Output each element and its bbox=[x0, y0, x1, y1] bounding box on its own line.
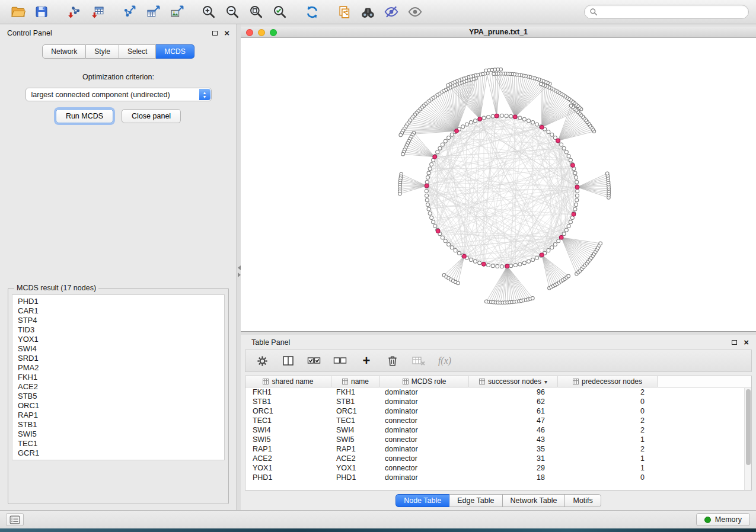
import-table-button[interactable] bbox=[87, 3, 108, 21]
zoom-out-button[interactable] bbox=[222, 3, 243, 21]
table-row[interactable]: SWI4SWI4dominator462 bbox=[245, 425, 751, 435]
export-image-icon bbox=[170, 5, 184, 20]
table-cell-successor-nodes: 29 bbox=[469, 463, 558, 473]
tab-mcds[interactable]: MCDS bbox=[156, 44, 194, 59]
find-button[interactable] bbox=[357, 3, 378, 21]
mcds-list-item[interactable]: CAR1 bbox=[18, 306, 219, 316]
open-folder-button[interactable] bbox=[7, 3, 28, 21]
delete-table-button-disabled[interactable] bbox=[412, 354, 426, 368]
minimize-window-icon[interactable] bbox=[258, 29, 265, 36]
select-all-button[interactable] bbox=[307, 354, 321, 368]
show-details-button[interactable] bbox=[404, 3, 426, 21]
search-icon bbox=[589, 8, 598, 16]
export-table-button[interactable] bbox=[142, 3, 164, 21]
mcds-list-item[interactable]: STB5 bbox=[18, 392, 219, 401]
mcds-list-item[interactable]: RAP1 bbox=[18, 411, 219, 420]
table-settings-button[interactable] bbox=[255, 354, 269, 368]
float-panel-icon[interactable] bbox=[212, 31, 218, 36]
table-scrollbar-thumb[interactable] bbox=[746, 389, 751, 465]
column-header-shared-name[interactable]: shared name bbox=[245, 376, 331, 387]
collapse-left-icon[interactable] bbox=[238, 265, 241, 270]
network-window-titlebar[interactable]: YPA_prune.txt_1 bbox=[241, 27, 756, 38]
mcds-list-item[interactable]: ACE2 bbox=[18, 382, 219, 392]
memory-button[interactable]: Memory bbox=[696, 513, 750, 526]
mcds-list-item[interactable]: SWI4 bbox=[18, 344, 219, 354]
tab-network[interactable]: Network bbox=[42, 44, 86, 59]
dropdown-stepper-icon: ▲▼ bbox=[199, 89, 210, 100]
run-mcds-button[interactable]: Run MCDS bbox=[56, 109, 113, 123]
tab-network-table[interactable]: Network Table bbox=[503, 494, 566, 507]
table-row[interactable]: STB1STB1dominator620 bbox=[245, 397, 751, 406]
network-view-window: YPA_prune.txt_1 bbox=[241, 27, 756, 332]
tab-motifs[interactable]: Motifs bbox=[565, 494, 601, 507]
table-row[interactable]: PHD1PHD1dominator180 bbox=[245, 473, 751, 482]
memory-button-label: Memory bbox=[715, 515, 742, 524]
table-row[interactable]: ORC1ORC1dominator610 bbox=[245, 406, 751, 416]
export-network-button[interactable] bbox=[119, 3, 140, 21]
mcds-list-item[interactable]: SWI5 bbox=[18, 430, 219, 439]
apply-layout-button[interactable] bbox=[301, 3, 323, 21]
table-cell-name: RAP1 bbox=[331, 444, 380, 454]
table-row[interactable]: FKH1FKH1dominator962 bbox=[245, 387, 751, 397]
table-row[interactable]: ACE2ACE2connector311 bbox=[245, 454, 751, 463]
close-panel-icon[interactable]: × bbox=[224, 30, 229, 36]
show-columns-button[interactable] bbox=[281, 354, 295, 368]
expand-right-icon[interactable] bbox=[238, 273, 241, 277]
table-row[interactable]: RAP1RAP1dominator352 bbox=[245, 444, 751, 454]
table-row[interactable]: SWI5SWI5connector431 bbox=[245, 435, 751, 444]
control-panel-spacer bbox=[0, 123, 237, 284]
tab-select[interactable]: Select bbox=[119, 44, 156, 59]
table-cell-filler bbox=[658, 416, 751, 425]
close-window-icon[interactable] bbox=[246, 29, 253, 36]
tab-style[interactable]: Style bbox=[86, 44, 119, 59]
function-builder-button-disabled[interactable]: f(x) bbox=[438, 354, 452, 368]
import-network-button[interactable] bbox=[63, 3, 84, 21]
table-cell-filler bbox=[658, 463, 751, 473]
mcds-list-item[interactable]: STP4 bbox=[18, 316, 219, 325]
save-session-button[interactable] bbox=[31, 3, 52, 21]
column-header-mcds-role[interactable]: MCDS role bbox=[380, 376, 469, 387]
table-cell-successor-nodes: 47 bbox=[469, 416, 558, 425]
tab-node-table[interactable]: Node Table bbox=[395, 494, 449, 507]
mcds-list-item[interactable]: YOX1 bbox=[18, 335, 219, 344]
select-all-icon bbox=[307, 354, 321, 367]
deselect-all-button[interactable] bbox=[333, 354, 347, 368]
mcds-list-item[interactable]: ORC1 bbox=[18, 401, 219, 411]
network-canvas[interactable] bbox=[241, 38, 756, 331]
table-row[interactable]: YOX1YOX1connector291 bbox=[245, 463, 751, 473]
mcds-list-item[interactable]: PHD1 bbox=[18, 297, 219, 306]
mcds-list-item[interactable]: PMA2 bbox=[18, 363, 219, 373]
copy-document-button[interactable] bbox=[333, 3, 355, 21]
tab-edge-table[interactable]: Edge Table bbox=[449, 494, 502, 507]
delete-column-button[interactable] bbox=[385, 354, 400, 368]
maximize-window-icon[interactable] bbox=[270, 29, 277, 36]
table-panel-title: Table Panel bbox=[251, 338, 290, 347]
column-header-name[interactable]: name bbox=[331, 376, 380, 387]
zoom-selected-button[interactable] bbox=[269, 3, 291, 21]
column-header-successor-nodes[interactable]: successor nodes ▾ bbox=[469, 376, 558, 387]
table-cell-mcds-role: dominator bbox=[380, 397, 469, 406]
table-row[interactable]: TEC1TEC1connector472 bbox=[245, 416, 751, 425]
zoom-in-button[interactable] bbox=[198, 3, 219, 21]
close-table-panel-icon[interactable]: × bbox=[744, 339, 749, 345]
zoom-fit-button[interactable] bbox=[245, 3, 267, 21]
mcds-list-item[interactable]: SRD1 bbox=[18, 354, 219, 363]
export-image-button[interactable] bbox=[166, 3, 187, 21]
table-scrollbar[interactable] bbox=[744, 388, 751, 490]
mcds-result-title: MCDS result (17 nodes) bbox=[14, 284, 98, 292]
search-input[interactable] bbox=[601, 8, 744, 16]
close-panel-button[interactable]: Close panel bbox=[122, 109, 181, 123]
create-column-button[interactable]: + bbox=[359, 354, 374, 368]
hide-details-button[interactable] bbox=[381, 3, 402, 21]
column-header-predecessor-nodes[interactable]: predecessor nodes bbox=[558, 376, 658, 387]
mcds-list-item[interactable]: STB1 bbox=[18, 420, 219, 430]
mcds-list-item[interactable]: FKH1 bbox=[18, 373, 219, 382]
mcds-list-item[interactable]: GCR1 bbox=[18, 448, 219, 458]
mcds-list-item[interactable]: TID3 bbox=[18, 325, 219, 335]
sort-chevron-icon[interactable]: ▾ bbox=[544, 379, 547, 385]
task-history-button[interactable] bbox=[6, 513, 24, 526]
optimization-criterion-dropdown[interactable]: largest connected component (undirected)… bbox=[25, 88, 212, 101]
mcds-list-item[interactable]: TEC1 bbox=[18, 439, 219, 448]
float-table-panel-icon[interactable] bbox=[732, 340, 737, 345]
table-cell-name: YOX1 bbox=[331, 463, 380, 473]
